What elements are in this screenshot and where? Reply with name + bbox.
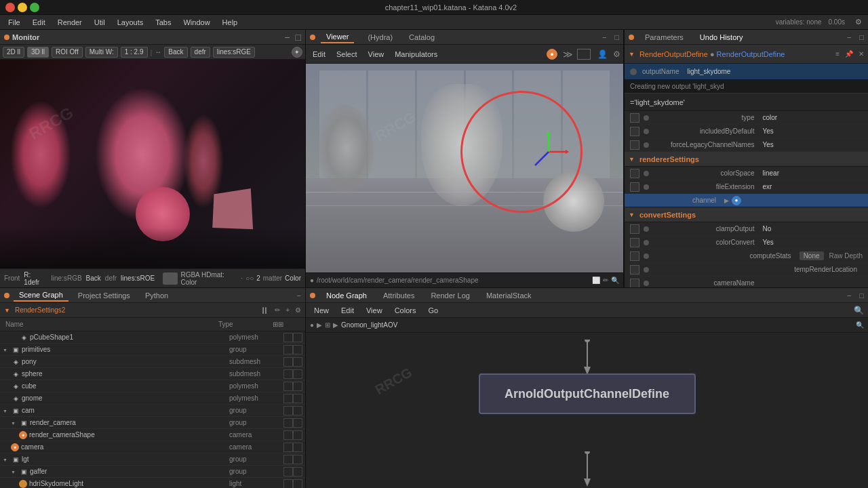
viewer-toolbar-icon2[interactable]: ≫ xyxy=(563,49,573,60)
btn-back[interactable]: Back xyxy=(164,47,187,58)
param-pin-icon[interactable]: 📌 xyxy=(845,50,853,58)
monitor-minimize-icon[interactable]: − xyxy=(284,32,290,43)
menu-util[interactable]: Util xyxy=(89,17,111,28)
cam-expand[interactable] xyxy=(3,407,11,414)
gaffer-expand[interactable] xyxy=(11,468,19,475)
tree-item-cam[interactable]: ▣ cam group xyxy=(0,405,305,417)
ng-canvas[interactable]: ArnoldOutputChannelDefine RenderOutputDe… xyxy=(306,333,868,488)
menu-tabs[interactable]: Tabs xyxy=(150,17,176,28)
btn-2d[interactable]: 2D ll xyxy=(3,47,24,58)
param-icons[interactable]: ≡ xyxy=(835,50,840,58)
hdri-vis1[interactable] xyxy=(283,479,293,489)
param-tr-check[interactable] xyxy=(630,265,639,274)
btn-lines[interactable]: lines:sRGE xyxy=(213,47,255,58)
btn-ratio[interactable]: 1 : 2.9 xyxy=(121,47,148,58)
prim-vis2[interactable] xyxy=(293,345,302,354)
tab-viewer[interactable]: Viewer xyxy=(321,31,354,43)
viewer-settings-icon[interactable]: ⚙ xyxy=(613,49,620,59)
ng-colors[interactable]: Colors xyxy=(391,305,420,316)
tree-item-camera[interactable]: ● camera camera xyxy=(0,441,305,453)
viewer-edit[interactable]: Edit xyxy=(309,49,330,60)
ng-edit[interactable]: Edit xyxy=(337,305,358,316)
sphere-vis1[interactable] xyxy=(283,369,293,379)
btn-defr[interactable]: defr xyxy=(191,47,210,58)
ng-view[interactable]: View xyxy=(362,305,387,316)
param-type-check[interactable] xyxy=(630,113,639,123)
tab-python[interactable]: Python xyxy=(140,290,174,301)
gnome-vis1[interactable] xyxy=(283,394,293,403)
viewer-select[interactable]: Select xyxy=(332,49,361,60)
menu-file[interactable]: File xyxy=(3,17,26,28)
param-cam-check[interactable] xyxy=(630,279,639,288)
sg-minimize-icon[interactable]: − xyxy=(297,291,301,300)
param-fe-check[interactable] xyxy=(630,182,639,192)
ng-zoom-icon[interactable]: 🔍 xyxy=(856,321,864,329)
tree-item-hdri[interactable]: hdriSkydomeLight light xyxy=(0,478,305,488)
camera-vis2[interactable] xyxy=(293,443,302,452)
viewer-view[interactable]: View xyxy=(364,49,389,60)
ng-minimize-icon[interactable]: − xyxy=(847,291,851,300)
lgt-vis2[interactable] xyxy=(293,455,302,464)
cam-vis2[interactable] xyxy=(293,406,302,415)
tab-parameters[interactable]: Parameters xyxy=(639,32,689,43)
gaffer-vis1[interactable] xyxy=(283,467,293,476)
tab-attributes[interactable]: Attributes xyxy=(378,290,420,301)
viewer-minimize-icon[interactable]: − xyxy=(602,33,606,41)
viewer-orange-icon[interactable]: ● xyxy=(547,49,557,60)
param-clamp-check[interactable] xyxy=(630,224,639,234)
param-close-icon[interactable]: ✕ xyxy=(859,50,864,58)
sg-edit-icon[interactable]: ✏ xyxy=(275,306,280,314)
tree-item-gaffer[interactable]: ▣ gaffer group xyxy=(0,466,305,478)
rcam-vis1[interactable] xyxy=(283,418,293,428)
params-minimize-icon[interactable]: − xyxy=(847,33,851,41)
rcam-expand[interactable] xyxy=(11,419,19,426)
tab-project-settings[interactable]: Project Settings xyxy=(73,290,136,301)
tree-item-render-camerashape[interactable]: ● render_cameraShape camera xyxy=(0,429,305,441)
minimize-button[interactable] xyxy=(18,3,27,12)
lgt-vis1[interactable] xyxy=(283,455,293,464)
convert-settings-header[interactable]: ▼ convertSettings xyxy=(625,207,868,222)
tab-render-log[interactable]: Render Log xyxy=(425,290,475,301)
node-arnold[interactable]: ArnoldOutputChannelDefine xyxy=(479,373,696,414)
param-cs-check[interactable] xyxy=(630,169,639,178)
viewer-expand-icon[interactable]: □ xyxy=(614,33,619,41)
menu-window[interactable]: Window xyxy=(178,17,215,28)
ng-new[interactable]: New xyxy=(310,305,333,316)
hdri-vis2[interactable] xyxy=(293,479,302,489)
cube-vis1[interactable] xyxy=(283,382,293,391)
btn-roi[interactable]: ROI Off xyxy=(52,47,83,58)
param-compute-check[interactable] xyxy=(630,251,639,261)
btn-3d[interactable]: 3D ll xyxy=(27,47,49,58)
cube-vis2[interactable] xyxy=(293,382,302,391)
ng-expand-icon[interactable]: □ xyxy=(859,291,864,300)
cam-vis1[interactable] xyxy=(283,406,293,415)
menu-edit[interactable]: Edit xyxy=(27,17,51,28)
toolbar-icon1[interactable]: ✦ xyxy=(292,47,302,58)
close-button[interactable] xyxy=(5,3,15,12)
sphere-vis2[interactable] xyxy=(293,369,302,379)
tree-item-gnome[interactable]: ◈ gnome polymesh xyxy=(0,392,305,405)
lgt-expand[interactable] xyxy=(3,455,11,463)
ng-go[interactable]: Go xyxy=(424,305,442,316)
tab-scene-graph[interactable]: Scene Graph xyxy=(14,289,68,302)
breadcrumb-parent[interactable]: Gnomon_lightAOV xyxy=(341,321,397,329)
settings-icon[interactable]: ⚙ xyxy=(852,16,865,28)
sg-pause-icon[interactable]: ⏸ xyxy=(260,305,269,316)
tree-item-pcube[interactable]: ◈ pCubeShape1 polymesh xyxy=(0,331,305,344)
item-vis2[interactable] xyxy=(293,333,302,342)
tab-material-stack[interactable]: MaterialStack xyxy=(481,290,537,301)
tree-item-lgt[interactable]: ▣ lgt group xyxy=(0,453,305,466)
rcamshape-vis1[interactable] xyxy=(283,430,293,440)
tree-item-render-camera[interactable]: ▣ render_camera group xyxy=(0,417,305,429)
item-vis1[interactable] xyxy=(283,333,293,342)
gaffer-vis2[interactable] xyxy=(293,467,302,476)
menu-render[interactable]: Render xyxy=(52,17,87,28)
btn-multi[interactable]: Multi W: xyxy=(85,47,118,58)
tree-item-sphere[interactable]: ◈ sphere subdmesh xyxy=(0,368,305,380)
channel-blue-icon[interactable]: ● xyxy=(732,196,741,205)
maximize-button[interactable] xyxy=(30,3,39,12)
ng-search-icon[interactable]: 🔍 xyxy=(854,306,864,315)
viewer-manipulators[interactable]: Manipulators xyxy=(391,49,441,60)
tab-node-graph[interactable]: Node Graph xyxy=(321,290,372,301)
tree-item-primitives[interactable]: ▣ primitives group xyxy=(0,344,305,356)
